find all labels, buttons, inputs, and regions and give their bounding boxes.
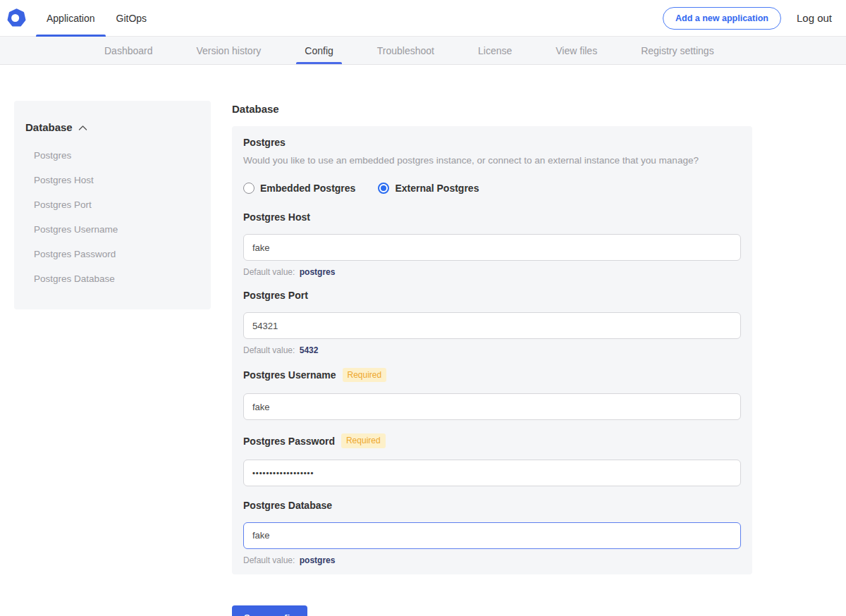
default-value: postgres: [300, 555, 336, 565]
postgres-username-input[interactable]: [243, 393, 741, 420]
field-postgres-host-label: Postgres Host: [243, 211, 310, 223]
sidebar-group-database-label: Database: [25, 121, 73, 133]
topnav-right: Add a new application Log out: [663, 7, 832, 30]
required-badge: Required: [343, 368, 387, 382]
postgres-database-default: Default value: postgres: [243, 555, 741, 565]
postgres-port-default: Default value: 5432: [243, 345, 741, 355]
required-badge: Required: [341, 433, 386, 448]
postgres-password-input[interactable]: [243, 460, 741, 486]
radio-checked-icon[interactable]: [378, 183, 389, 194]
app-logo-icon[interactable]: [7, 8, 26, 27]
default-label: Default value:: [243, 345, 295, 355]
subnav-tab-view-files[interactable]: View files: [556, 37, 597, 64]
postgres-host-input[interactable]: [243, 234, 741, 261]
app-subnav: Dashboard Version history Config Trouble…: [0, 37, 846, 65]
postgres-port-input[interactable]: [243, 312, 741, 339]
field-postgres-password: Postgres Password Required: [243, 433, 741, 499]
subnav-tab-version-history-label: Version history: [197, 45, 262, 56]
group-description: Would you like to use an embedded postgr…: [243, 155, 741, 166]
sidebar-item-postgres-password[interactable]: Postgres Password: [25, 242, 200, 266]
page-title: Database: [232, 103, 752, 115]
main-area: Database Postgres Postgres Host Postgres…: [0, 65, 846, 616]
subnav-tab-registry-settings-label: Registry settings: [641, 45, 713, 56]
subnav-tab-license-label: License: [478, 45, 512, 56]
subnav-tab-config-label: Config: [305, 45, 333, 56]
radio-unchecked-icon[interactable]: [243, 183, 255, 194]
subnav-tab-troubleshoot[interactable]: Troubleshoot: [377, 37, 434, 64]
add-new-application-button[interactable]: Add a new application: [663, 7, 781, 30]
sidebar-item-postgres[interactable]: Postgres: [25, 143, 200, 168]
field-postgres-port-label: Postgres Port: [243, 290, 308, 301]
radio-option-embedded-label: Embedded Postgres: [260, 183, 355, 194]
logout-link[interactable]: Log out: [797, 12, 832, 24]
subnav-tab-license[interactable]: License: [478, 37, 512, 64]
field-postgres-database: Postgres Database Default value: postgre…: [243, 500, 741, 565]
default-label: Default value:: [243, 555, 295, 565]
config-content: Database Postgres Would you like to use …: [232, 101, 752, 616]
topnav-tab-application-label: Application: [47, 13, 95, 24]
chevron-up-icon: [78, 121, 87, 133]
config-sidebar: Database Postgres Postgres Host Postgres…: [14, 101, 211, 309]
subnav-tab-config[interactable]: Config: [305, 37, 333, 64]
radio-option-embedded-postgres[interactable]: Embedded Postgres: [243, 183, 355, 194]
sidebar-group-database[interactable]: Database: [25, 121, 200, 133]
field-postgres-password-label: Postgres Password: [243, 436, 335, 447]
subnav-tab-dashboard[interactable]: Dashboard: [104, 37, 153, 64]
postgres-database-input[interactable]: [243, 522, 741, 549]
subnav-tab-view-files-label: View files: [556, 45, 597, 56]
subnav-tab-dashboard-label: Dashboard: [104, 45, 153, 56]
field-postgres-username-label: Postgres Username: [243, 369, 336, 381]
group-name: Postgres: [243, 137, 741, 148]
default-value: 5432: [300, 345, 319, 355]
sidebar-item-postgres-username[interactable]: Postgres Username: [25, 217, 200, 242]
config-group-panel: Postgres Would you like to use an embedd…: [232, 126, 752, 574]
field-postgres-database-label: Postgres Database: [243, 500, 332, 511]
topnav-tab-gitops-label: GitOps: [116, 13, 147, 24]
topnav-tab-gitops[interactable]: GitOps: [106, 0, 158, 36]
topnav-tab-application[interactable]: Application: [36, 0, 106, 36]
sidebar-item-postgres-port[interactable]: Postgres Port: [25, 192, 200, 217]
radio-option-external-label: External Postgres: [395, 183, 479, 194]
save-config-button[interactable]: Save config: [232, 605, 307, 616]
default-value: postgres: [300, 267, 336, 277]
postgres-type-radio-group: Embedded Postgres External Postgres: [243, 183, 741, 194]
sidebar-item-postgres-database[interactable]: Postgres Database: [25, 266, 200, 291]
field-postgres-host: Postgres Host Default value: postgres: [243, 211, 741, 277]
radio-option-external-postgres[interactable]: External Postgres: [378, 183, 479, 194]
field-postgres-port: Postgres Port Default value: 5432: [243, 290, 741, 355]
postgres-host-default: Default value: postgres: [243, 267, 741, 277]
default-label: Default value:: [243, 267, 295, 277]
sidebar-item-postgres-host[interactable]: Postgres Host: [25, 168, 200, 192]
subnav-tab-troubleshoot-label: Troubleshoot: [377, 45, 434, 56]
field-postgres-username: Postgres Username Required: [243, 368, 741, 433]
subnav-tab-registry-settings[interactable]: Registry settings: [641, 37, 713, 64]
top-nav: Application GitOps Add a new application…: [0, 0, 846, 37]
subnav-tab-version-history[interactable]: Version history: [197, 37, 262, 64]
topnav-tabs: Application GitOps: [36, 0, 157, 36]
